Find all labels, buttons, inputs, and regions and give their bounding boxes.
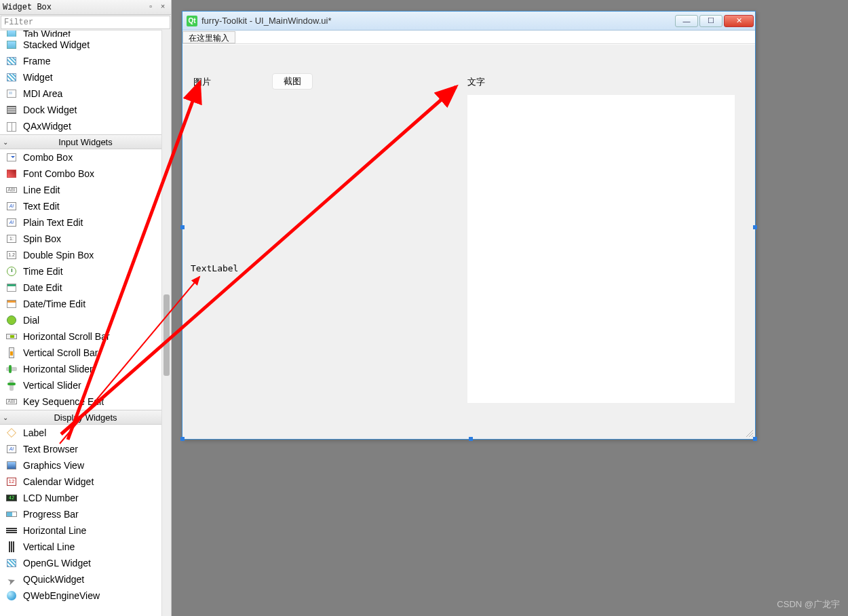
- widget-item-date-edit[interactable]: Date Edit: [0, 280, 171, 296]
- widget-item-text-browser[interactable]: AIText Browser: [0, 441, 171, 457]
- widget-item-label: Combo Box: [23, 152, 73, 163]
- widget-item-lcd[interactable]: 42LCD Number: [0, 490, 171, 506]
- h-scroll-icon: [5, 331, 18, 342]
- datetime-edit-icon: [5, 299, 18, 309]
- widget-item-datetime-edit[interactable]: Date/Time Edit: [0, 296, 171, 312]
- v-line-icon: [5, 541, 18, 552]
- widget-item-qquick[interactable]: QQuickWidget: [0, 571, 171, 588]
- widget-item-tab-widget[interactable]: Tab Widget: [0, 30, 171, 37]
- widget-item-font-combo-box[interactable]: Font Combo Box: [0, 166, 171, 182]
- widget-box-list: Tab WidgetStacked WidgetFrameWidgetMDI A…: [0, 30, 171, 616]
- qax-widget-icon: [5, 121, 18, 132]
- chevron-down-icon: ⌄: [3, 414, 11, 421]
- widget-item-v-scroll[interactable]: Vertical Scroll Bar: [0, 345, 171, 361]
- widget-item-dock-widget[interactable]: Dock Widget: [0, 102, 171, 118]
- widget-item-label: Date Edit: [23, 282, 62, 293]
- canvas-label-image[interactable]: 图片: [193, 76, 211, 88]
- dock-widget-icon: [5, 104, 18, 115]
- window-minimize-button[interactable]: —: [675, 15, 698, 27]
- designer-menubar: 在这里输入: [182, 31, 755, 44]
- widget-item-stacked-widget[interactable]: Stacked Widget: [0, 37, 171, 53]
- scrollbar-thumb[interactable]: [163, 294, 170, 376]
- widget-item-qweb[interactable]: QWebEngineView: [0, 588, 171, 604]
- time-edit-icon: [5, 266, 18, 277]
- widget-item-opengl[interactable]: OpenGL Widget: [0, 555, 171, 571]
- widget-item-label: Dial: [23, 315, 39, 326]
- lcd-icon: 42: [5, 493, 18, 503]
- widget-item-v-slider[interactable]: Vertical Slider: [0, 377, 171, 393]
- widget-item-v-line[interactable]: Vertical Line: [0, 539, 171, 555]
- widget-item-label: LCD Number: [23, 493, 79, 503]
- plain-text-edit-icon: AI: [5, 217, 18, 228]
- widget-item-label: OpenGL Widget: [23, 558, 91, 569]
- widget-item-label: Label: [23, 427, 46, 438]
- window-maximize-button[interactable]: ☐: [699, 15, 722, 27]
- widget-item-h-line[interactable]: Horizontal Line: [0, 522, 171, 539]
- widget-box-filter-input[interactable]: Filter: [1, 16, 170, 29]
- widget-item-frame[interactable]: Frame: [0, 53, 171, 69]
- widget-box-title: Widget Box: [3, 3, 144, 12]
- font-combo-box-icon: [5, 168, 18, 179]
- designer-window: Qt furry-Toolkit - UI_MainWindow.ui* — ☐…: [182, 11, 756, 440]
- widget-item-label: Vertical Slider: [23, 380, 81, 391]
- widget-item-line-edit[interactable]: ABILine Edit: [0, 182, 171, 198]
- widget-item-time-edit[interactable]: Time Edit: [0, 263, 171, 280]
- frame-icon: [5, 56, 18, 66]
- widget-item-dial[interactable]: Dial: [0, 312, 171, 328]
- widget-item-h-scroll[interactable]: Horizontal Scroll Bar: [0, 328, 171, 345]
- label-icon: [5, 427, 18, 438]
- canvas-textlabel[interactable]: TextLabel: [191, 263, 238, 273]
- menu-type-here[interactable]: 在这里输入: [182, 31, 235, 43]
- widget-item-progress[interactable]: Progress Bar: [0, 506, 171, 522]
- watermark: CSDN @广龙宇: [777, 598, 840, 611]
- window-close-button[interactable]: ✕: [724, 15, 754, 27]
- canvas-text-widget[interactable]: [467, 95, 735, 403]
- designer-canvas[interactable]: 图片 截图 文字 TextLabel: [182, 45, 755, 439]
- widget-box-float-icon[interactable]: ▫: [145, 2, 156, 13]
- widget-box-close-icon[interactable]: ×: [157, 2, 168, 13]
- widget-box-scrollbar[interactable]: [161, 30, 171, 616]
- widget-item-label: Graphics View: [23, 460, 84, 471]
- widget-item-widget[interactable]: Widget: [0, 69, 171, 85]
- widget-item-plain-text-edit[interactable]: AIPlain Text Edit: [0, 214, 171, 231]
- filter-placeholder: Filter: [4, 18, 33, 27]
- widget-item-label: Frame: [23, 56, 50, 66]
- widget-item-h-slider[interactable]: Horizontal Slider: [0, 361, 171, 377]
- tab-widget-icon: [5, 30, 18, 37]
- widget-item-label[interactable]: Label: [0, 425, 171, 441]
- canvas-label-text[interactable]: 文字: [467, 76, 485, 88]
- canvas-button-screenshot[interactable]: 截图: [272, 73, 313, 90]
- widget-item-label: Horizontal Scroll Bar: [23, 331, 110, 342]
- group-header-input-widgets[interactable]: ⌄ Input Widgets: [0, 134, 171, 149]
- widget-item-label: Plain Text Edit: [23, 217, 83, 228]
- widget-item-spin-box[interactable]: 1:Spin Box: [0, 231, 171, 247]
- stacked-widget-icon: [5, 39, 18, 50]
- widget-item-graphics-view[interactable]: Graphics View: [0, 457, 171, 474]
- widget-item-label: Font Combo Box: [23, 168, 94, 179]
- widget-item-double-spin-box[interactable]: 1.2Double Spin Box: [0, 247, 171, 263]
- widget-item-text-edit[interactable]: AIText Edit: [0, 198, 171, 214]
- designer-titlebar: Qt furry-Toolkit - UI_MainWindow.ui* — ☐…: [182, 12, 755, 31]
- size-grip-icon[interactable]: [744, 428, 754, 438]
- widget-item-qax-widget[interactable]: QAxWidget: [0, 118, 171, 134]
- widget-item-label: Dock Widget: [23, 104, 77, 115]
- widget-item-label: Time Edit: [23, 266, 63, 277]
- widget-item-label: QQuickWidget: [23, 574, 84, 585]
- group-label-input: Input Widgets: [11, 137, 171, 147]
- widget-item-mdi-area[interactable]: MDI Area: [0, 85, 171, 102]
- group-label-display: Display Widgets: [11, 412, 171, 423]
- h-line-icon: [5, 525, 18, 536]
- widget-item-key-seq[interactable]: ABIKey Sequence Edit: [0, 393, 171, 410]
- date-edit-icon: [5, 282, 18, 293]
- group-header-display-widgets[interactable]: ⌄ Display Widgets: [0, 410, 171, 425]
- widget-icon: [5, 72, 18, 83]
- mdi-area-icon: [5, 88, 18, 99]
- widget-item-label: Key Sequence Edit: [23, 396, 104, 407]
- text-edit-icon: AI: [5, 201, 18, 212]
- widget-item-label: Text Edit: [23, 201, 60, 212]
- widget-item-label: QWebEngineView: [23, 590, 100, 601]
- widget-item-combo-box[interactable]: Combo Box: [0, 149, 171, 166]
- qt-logo-icon: Qt: [187, 16, 197, 26]
- widget-item-calendar[interactable]: 12Calendar Widget: [0, 474, 171, 490]
- chevron-down-icon: ⌄: [3, 138, 11, 146]
